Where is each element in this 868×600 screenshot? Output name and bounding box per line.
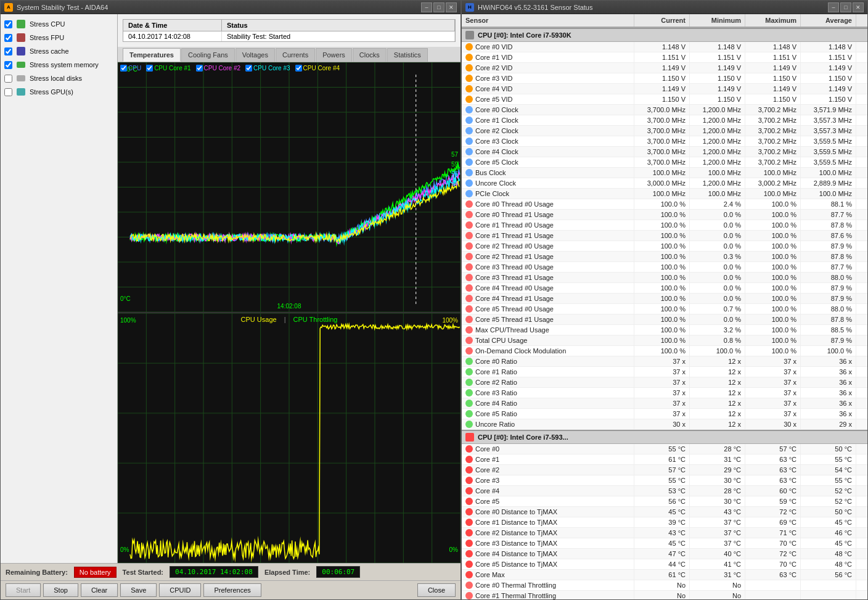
row-icon-0-1 [465,54,473,61]
cell-max-0-31: 37 x [745,367,801,377]
stop-button[interactable]: Stop [43,583,78,597]
cell-label-0-5: Core #5 VID [462,94,634,104]
start-button[interactable]: Start [6,583,41,597]
cpuid-button[interactable]: CPUID [159,583,201,597]
cpu-usage-chart: CPU Usage | CPU Throttling 100% 0% 100% … [118,312,461,563]
cell-label-text-0-24: Core #4 Thread #1 Usage [475,295,554,302]
sensor-row-0-28: Total CPU Usage 100.0 % 0.8 % 100.0 % 87… [462,335,867,346]
cell-label-1-6: Core #0 Distance to TjMAX [462,507,634,517]
cell-current-1-13: No [634,580,690,590]
cell-min-1-8: 37 °C [690,528,745,538]
test-started-label: Test Started: [123,569,163,576]
cell-current-0-8: 3,700.0 MHz [634,126,690,136]
stress-disk-label[interactable]: Stress local disks [30,75,82,82]
tab-currents[interactable]: Currents [276,48,315,62]
stress-fpu-checkbox[interactable] [4,34,12,42]
legend-core2-checkbox[interactable] [196,65,203,72]
section-title-1: CPU [#0]: Intel Core i7-593... [462,431,856,443]
legend-cpu-checkbox[interactable] [120,65,127,72]
cell-label-text-0-12: Bus Clock [475,169,506,176]
cell-current-0-18: 100.0 % [634,231,690,240]
cell-min-0-2: 1.149 V [690,63,745,73]
sensor-table[interactable]: Sensor Current Minimum Maximum Average C… [462,14,867,599]
cell-avg-1-8: 46 °C [801,528,856,538]
stress-cpu-label[interactable]: Stress CPU [30,20,65,28]
legend-core3-checkbox[interactable] [245,65,252,72]
row-icon-0-14 [465,190,473,197]
cell-max-1-9: 70 °C [745,538,801,548]
cell-min-1-13: No [690,580,745,590]
sensor-row-1-11: Core #5 Distance to TjMAX 44 °C 41 °C 70… [462,559,867,570]
cell-label-text-0-2: Core #2 VID [475,64,513,72]
cell-label-text-0-28: Total CPU Usage [475,337,527,344]
tab-cooling-fans[interactable]: Cooling Fans [181,48,235,62]
sensor-row-0-17: Core #1 Thread #0 Usage 100.0 % 0.0 % 10… [462,220,867,231]
cell-label-text-0-31: Core #1 Ratio [475,368,517,376]
row-icon-0-18 [465,232,473,239]
cell-current-0-17: 100.0 % [634,220,690,230]
hwinfo-minimize[interactable]: – [828,2,839,12]
stress-cache-label[interactable]: Stress cache [30,47,69,55]
cell-max-0-27: 100.0 % [745,325,801,335]
cell-current-0-9: 3,700.0 MHz [634,136,690,146]
cell-label-text-0-11: Core #5 Clock [475,158,518,166]
tab-temperatures[interactable]: Temperatures [123,48,181,62]
cell-current-0-19: 100.0 % [634,241,690,251]
cell-label-1-3: Core #3 [462,475,634,485]
cell-min-0-30: 12 x [690,356,745,366]
stress-fpu-label[interactable]: Stress FPU [30,34,64,41]
cell-label-text-1-11: Core #5 Distance to TjMAX [475,561,557,568]
cell-min-1-6: 43 °C [690,507,745,517]
hwinfo-maximize[interactable]: □ [840,2,851,12]
charts-area: CPU CPU Core #1 CPU Core #2 CPU Cor [118,62,461,563]
legend-core4-checkbox[interactable] [295,65,302,72]
cell-max-0-6: 3,700.2 MHz [745,105,801,115]
clear-button[interactable]: Clear [81,583,118,597]
tab-statistics[interactable]: Statistics [387,48,428,62]
cell-max-1-13 [745,580,801,590]
tab-clocks[interactable]: Clocks [353,48,387,62]
minimize-button[interactable]: – [421,2,432,12]
sensor-row-0-14: PCIe Clock 100.0 MHz 100.0 MHz 100.0 MHz… [462,189,867,199]
close-main-button[interactable]: Close [417,583,456,597]
hwinfo-close[interactable]: ✕ [853,2,864,12]
cell-current-0-14: 100.0 MHz [634,189,690,199]
cell-label-0-26: Core #5 Thread #1 Usage [462,314,634,324]
cell-current-1-4: 53 °C [634,486,690,496]
cell-label-1-9: Core #3 Distance to TjMAX [462,538,634,548]
stress-gpu-label[interactable]: Stress GPU(s) [30,88,73,96]
cell-label-text-1-12: Core Max [475,571,505,578]
cell-current-0-3: 1.150 V [634,73,690,83]
close-button[interactable]: ✕ [446,2,457,12]
tab-voltages[interactable]: Voltages [235,48,275,62]
save-button[interactable]: Save [120,583,157,597]
cell-label-text-1-2: Core #2 [475,466,499,474]
stress-cpu-checkbox[interactable] [4,20,12,28]
stability-test-titlebar: A System Stability Test - AIDA64 – □ ✕ [1,1,461,14]
stress-cpu-item: Stress CPU [4,19,113,29]
cell-min-1-4: 28 °C [690,486,745,496]
maximize-button[interactable]: □ [433,2,444,12]
stress-cache-checkbox[interactable] [4,47,12,55]
cell-current-0-4: 1.149 V [634,84,690,94]
preferences-button[interactable]: Preferences [203,583,261,597]
test-started-value: 04.10.2017 14:02:08 [170,566,258,578]
row-icon-0-36 [465,421,473,428]
stress-memory-label[interactable]: Stress system memory [30,61,99,68]
tab-powers[interactable]: Powers [316,48,352,62]
cell-label-text-0-25: Core #5 Thread #0 Usage [475,305,554,313]
legend-cpu-throttling[interactable]: CPU Throttling [293,316,338,323]
sensor-row-0-18: Core #1 Thread #1 Usage 100.0 % 0.0 % 10… [462,231,867,241]
cell-label-text-1-6: Core #0 Distance to TjMAX [475,508,557,516]
cell-current-0-1: 1.151 V [634,52,690,62]
elapsed-value: 00:06:07 [316,566,360,578]
row-icon-0-23 [465,284,473,292]
stress-memory-checkbox[interactable] [4,61,12,69]
legend-core1-checkbox[interactable] [146,65,153,72]
cell-label-text-1-10: Core #4 Distance to TjMAX [475,550,557,557]
stress-gpu-checkbox[interactable] [4,88,12,96]
cell-avg-0-24: 87.9 % [801,294,856,303]
legend-cpu-usage[interactable]: CPU Usage [241,316,277,323]
cell-min-0-20: 0.3 % [690,252,745,261]
stress-disk-checkbox[interactable] [4,75,12,83]
